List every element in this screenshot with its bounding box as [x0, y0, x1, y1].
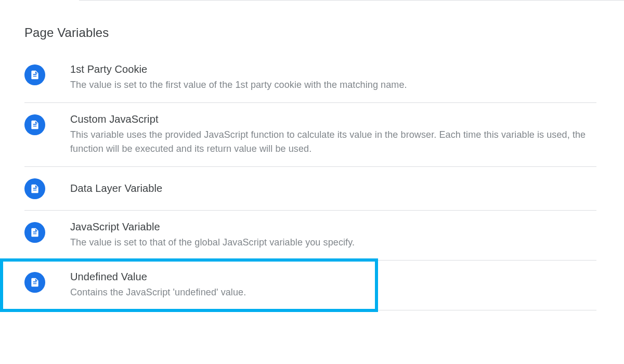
- document-icon: [24, 272, 45, 293]
- variable-list: 1st Party Cookie The value is set to the…: [24, 58, 624, 310]
- top-divider: [79, 0, 624, 1]
- variable-item-first-party-cookie[interactable]: 1st Party Cookie The value is set to the…: [24, 58, 596, 103]
- variable-title: Data Layer Variable: [70, 177, 586, 200]
- variable-description: Contains the JavaScript 'undefined' valu…: [70, 285, 586, 300]
- variable-item-data-layer-variable[interactable]: Data Layer Variable: [24, 167, 596, 211]
- variable-title: 1st Party Cookie: [70, 63, 586, 75]
- variable-content: Undefined Value Contains the JavaScript …: [70, 271, 596, 300]
- variable-description: The value is set to that of the global J…: [70, 236, 586, 250]
- section-title: Page Variables: [24, 25, 624, 40]
- variable-item-custom-javascript[interactable]: Custom JavaScript This variable uses the…: [24, 103, 596, 167]
- variable-item-undefined-value[interactable]: Undefined Value Contains the JavaScript …: [24, 261, 596, 310]
- variable-item-javascript-variable[interactable]: JavaScript Variable The value is set to …: [24, 211, 596, 261]
- variable-content: Custom JavaScript This variable uses the…: [70, 113, 596, 156]
- variable-title: Custom JavaScript: [70, 113, 586, 125]
- variable-content: 1st Party Cookie The value is set to the…: [70, 63, 596, 92]
- variable-description: The value is set to the first value of t…: [70, 78, 586, 92]
- variable-title: Undefined Value: [70, 271, 586, 283]
- variable-description: This variable uses the provided JavaScri…: [70, 128, 586, 156]
- document-icon: [24, 114, 45, 135]
- variable-content: JavaScript Variable The value is set to …: [70, 221, 596, 250]
- document-icon: [24, 178, 45, 199]
- document-icon: [24, 64, 45, 85]
- variable-content: Data Layer Variable: [70, 177, 596, 200]
- variable-title: JavaScript Variable: [70, 221, 586, 233]
- document-icon: [24, 222, 45, 243]
